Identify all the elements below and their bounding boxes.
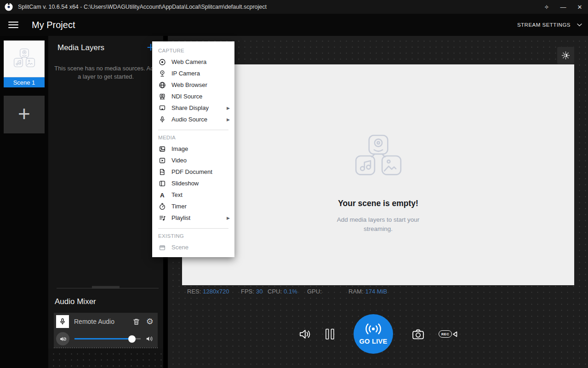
svg-text:A: A <box>160 191 164 198</box>
status-cpu: CPU:0.1% <box>268 288 297 295</box>
audio-mixer-item: Remote Audio ⚙ <box>54 313 158 348</box>
text-icon: A <box>158 191 166 199</box>
add-layer-menu: CAPTURE Web Camera IP Camera Web Browser… <box>152 41 234 257</box>
menu-item-ndi-source[interactable]: NDI Source <box>152 91 234 102</box>
status-gpu: GPU: <box>307 288 324 295</box>
speaker-loud-icon <box>146 335 154 343</box>
audio-source-name: Remote Audio <box>74 318 132 325</box>
scene-rail: Scene 1 + <box>0 36 48 368</box>
plus-icon: + <box>18 101 30 126</box>
window-title: SplitCam v. 10.6.54 x64 - C:\Users\WDAGU… <box>18 4 267 10</box>
menu-section-existing: EXISTING <box>152 229 234 242</box>
trash-icon <box>132 318 140 326</box>
camcorder-lens-icon <box>452 331 457 338</box>
status-res: RES:1280x720 <box>187 288 229 295</box>
camera-icon <box>411 328 425 341</box>
go-live-label: GO LIVE <box>360 338 388 345</box>
submenu-arrow-icon: ▶ <box>227 216 230 220</box>
project-title: My Project <box>32 20 75 30</box>
menu-section-capture: CAPTURE <box>152 44 234 56</box>
record-button[interactable]: REC <box>439 330 457 338</box>
status-fps: FPS:30 <box>241 288 263 295</box>
menu-item-share-display[interactable]: Share Display ▶ <box>152 102 234 114</box>
scene-label: Scene 1 <box>4 77 45 87</box>
menu-item-ip-camera[interactable]: IP Camera <box>152 68 234 79</box>
pin-icon[interactable]: ✧ <box>538 0 555 14</box>
app-header: My Project STREAM SETTINGS <box>0 14 588 36</box>
menu-item-scene[interactable]: Scene <box>152 242 234 253</box>
stream-settings-label: STREAM SETTINGS <box>517 22 571 28</box>
video-icon <box>158 157 166 164</box>
empty-scene-graphic <box>350 134 406 180</box>
menu-divider <box>158 228 228 229</box>
delete-audio-source-button[interactable] <box>132 318 140 326</box>
speaker-icon <box>298 328 312 341</box>
empty-scene-subtitle: Add media layers to start your streaming… <box>330 215 427 234</box>
media-layers-title: Media Layers <box>57 43 104 52</box>
menu-item-pdf-document[interactable]: PDF PDF Document <box>152 166 234 178</box>
volume-fill <box>74 338 132 339</box>
status-ram: RAM:174 MiB <box>348 288 387 295</box>
brightness-button[interactable] <box>557 47 574 64</box>
ip-camera-icon <box>158 70 166 77</box>
microphone-icon <box>59 318 66 325</box>
scene-thumbnail <box>4 40 45 77</box>
volume-slider[interactable] <box>74 338 141 339</box>
empty-scene-title: Your scene is empty! <box>338 199 418 208</box>
status-bar: RES:1280x720 FPS:30 CPU:0.1% GPU: RAM:17… <box>182 288 574 297</box>
pause-button[interactable] <box>325 328 335 340</box>
share-display-icon <box>158 104 166 112</box>
web-browser-icon <box>158 81 166 89</box>
media-layers-panel: Media Layers + This scene has no media s… <box>48 36 163 368</box>
broadcast-icon <box>362 323 384 334</box>
slideshow-icon <box>158 180 166 187</box>
mute-button[interactable] <box>56 332 69 345</box>
audio-source-thumbnail <box>56 315 69 328</box>
menu-item-video[interactable]: Video <box>152 155 234 166</box>
audio-output-button[interactable] <box>298 328 312 341</box>
menu-item-image[interactable]: Image <box>152 143 234 155</box>
web-camera-icon <box>158 58 166 66</box>
splitcam-logo-icon <box>4 2 13 12</box>
volume-knob[interactable] <box>128 335 136 343</box>
snapshot-button[interactable] <box>411 328 425 341</box>
panel-bottom-texture <box>48 349 163 368</box>
close-button[interactable]: ✕ <box>571 0 588 14</box>
add-scene-button[interactable]: + <box>4 96 45 133</box>
ndi-source-icon <box>158 93 166 100</box>
playlist-icon <box>158 214 166 222</box>
scene-icon <box>158 244 166 251</box>
media-layers-empty-text: This scene has no media sources. Add a l… <box>54 64 158 81</box>
speaker-muted-icon <box>59 335 67 343</box>
scene-preview: Your scene is empty! Add media layers to… <box>182 64 574 285</box>
menu-item-text[interactable]: A Text <box>152 189 234 201</box>
chevron-down-icon <box>577 23 582 27</box>
title-bar: SplitCam v. 10.6.54 x64 - C:\Users\WDAGU… <box>0 0 588 14</box>
menu-divider <box>158 130 228 130</box>
audio-settings-button[interactable]: ⚙ <box>146 317 154 326</box>
hamburger-menu-icon[interactable] <box>8 22 18 29</box>
menu-item-timer[interactable]: Timer <box>152 201 234 212</box>
minimize-button[interactable]: — <box>555 0 571 14</box>
stream-controls: GO LIVE REC <box>168 314 588 354</box>
scene-tile-1[interactable]: Scene 1 <box>4 40 45 87</box>
rec-label: REC <box>439 330 452 338</box>
brightness-sun-icon <box>561 51 570 60</box>
menu-item-slideshow[interactable]: Slideshow <box>152 178 234 189</box>
menu-item-web-browser[interactable]: Web Browser <box>152 79 234 91</box>
menu-item-audio-source[interactable]: Audio Source ▶ <box>152 114 234 125</box>
image-icon <box>158 145 166 153</box>
submenu-arrow-icon: ▶ <box>227 106 230 110</box>
stream-settings-button[interactable]: STREAM SETTINGS <box>517 22 582 28</box>
go-live-button[interactable]: GO LIVE <box>354 314 393 354</box>
pdf-document-icon: PDF <box>158 168 166 176</box>
menu-item-playlist[interactable]: Playlist ▶ <box>152 212 234 224</box>
menu-section-media: MEDIA <box>152 131 234 143</box>
timer-icon <box>158 203 166 210</box>
audio-mixer-title: Audio Mixer <box>55 297 96 306</box>
audio-source-icon <box>158 116 166 123</box>
menu-item-web-camera[interactable]: Web Camera <box>152 56 234 68</box>
pause-icon <box>325 328 335 340</box>
submenu-arrow-icon: ▶ <box>227 117 230 122</box>
panel-divider <box>57 288 159 288</box>
